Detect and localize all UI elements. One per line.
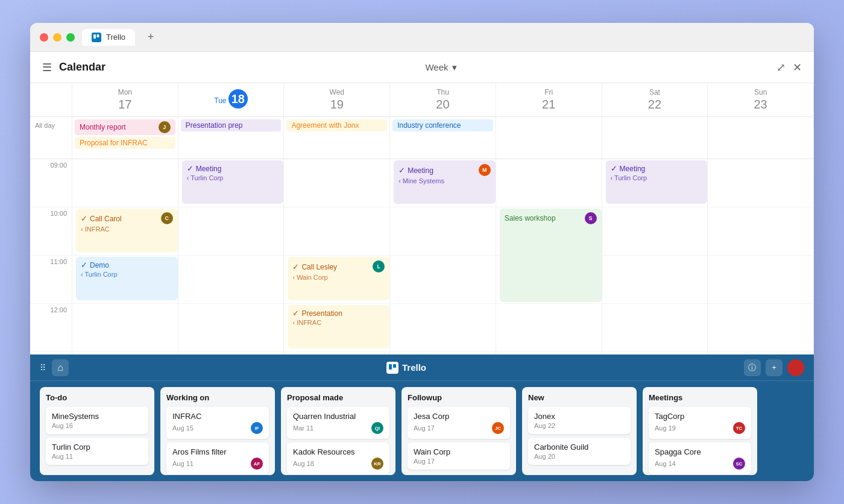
slot-tue-10[interactable] [178, 207, 284, 256]
event-meeting-tue[interactable]: ✓Meeting ‹ Turlin Corp [182, 160, 284, 204]
card-wain[interactable]: Wain Corp Aug 17 [408, 443, 510, 470]
minimize-button[interactable] [53, 33, 61, 42]
card-jonex[interactable]: Jonex Aug 22 [528, 407, 631, 434]
event-sub: ‹ Turlin Corp [81, 271, 173, 278]
event-call-carol[interactable]: ✓Call Carol C ‹ INFRAC [76, 209, 178, 252]
allday-row: All day Monthly report J Proposal for IN… [30, 117, 814, 159]
col-title-todo: To-do [46, 393, 148, 402]
board-col-proposal: Proposal made Quarren Industrial Mar 11 … [281, 387, 395, 475]
day-num-thu: 20 [390, 98, 496, 112]
card-quarren[interactable]: Quarren Industrial Mar 11 QI [287, 407, 389, 439]
board-col-followup: Followup Jesa Corp Aug 17 JC Wain Corp A… [402, 387, 516, 475]
day-col-wed: ✓Call Lesley L ‹ Wain Corp ✓Presentation [284, 159, 390, 354]
home-icon[interactable]: ⌂ [52, 359, 69, 376]
day-name-fri: Fri [544, 88, 553, 96]
event-label: Proposal for INFRAC [80, 139, 148, 147]
slot-thu-10[interactable] [390, 207, 496, 256]
slot-tue-12[interactable] [178, 304, 284, 352]
event-title: Meeting [620, 165, 646, 173]
slot-sat-12[interactable] [602, 304, 708, 352]
app-area: ☰ Calendar Week ▾ ⤢ ✕ M [30, 52, 814, 481]
active-tab[interactable]: Trello [82, 29, 135, 46]
event-title: Demo [90, 261, 109, 269]
info-icon[interactable]: ⓘ [744, 359, 761, 376]
slot-sun-12[interactable] [708, 304, 813, 352]
allday-sun [708, 117, 814, 159]
event-title: Meeting [408, 166, 433, 175]
close-icon[interactable]: ✕ [793, 61, 802, 74]
event-sales-workshop[interactable]: Sales workshop S [500, 209, 602, 302]
day-header-mon: Mon 17 [72, 83, 178, 116]
day-name-tue: Tue [214, 96, 226, 105]
trello-header-right: ⓘ + [744, 359, 804, 376]
slot-thu-12[interactable] [390, 304, 496, 352]
allday-sat [602, 117, 708, 159]
slot-mon-09[interactable] [72, 159, 178, 207]
slot-sun-11[interactable] [708, 256, 813, 304]
slot-sun-10[interactable] [708, 207, 813, 256]
card-meta: Aug 11 AF [172, 458, 263, 470]
day-header-fri: Fri 21 [496, 83, 602, 116]
card-date: Aug 17 [414, 458, 435, 465]
user-avatar[interactable] [787, 359, 804, 376]
slot-sat-10[interactable] [602, 207, 708, 256]
event-presentation-infrac[interactable]: ✓Presentation ‹ INFRAC [288, 305, 389, 348]
card-tagcorp[interactable]: TagCorp Aug 19 TC [649, 407, 751, 439]
add-icon[interactable]: + [766, 359, 783, 376]
desktop: Trello + ☰ Calendar Week ▾ ⤢ [0, 0, 844, 504]
new-tab-button[interactable]: + [142, 29, 159, 46]
event-meeting-thu[interactable]: ✓Meeting M ‹ Mine Systems [394, 160, 496, 204]
grid-icon[interactable]: ⠿ [40, 363, 46, 373]
menu-icon[interactable]: ☰ [42, 61, 52, 74]
day-header-sun: Sun 23 [708, 83, 814, 116]
card-jesa[interactable]: Jesa Corp Aug 17 JC [408, 407, 510, 439]
event-presentation-prep[interactable]: Presentation prep [181, 119, 282, 131]
card-turlin[interactable]: Turlin Corp Aug 11 [46, 438, 148, 465]
slot-sat-11[interactable] [602, 256, 708, 304]
external-link-icon[interactable]: ⤢ [776, 61, 786, 74]
day-num-sat: 22 [602, 98, 708, 112]
slot-wed-10[interactable] [284, 207, 389, 256]
board-col-meetings: Meetings TagCorp Aug 19 TC Spagga Core A [643, 387, 757, 475]
slot-tue-11[interactable] [178, 256, 284, 304]
event-industry-conference[interactable]: Industry conference [392, 119, 493, 131]
event-meeting-sat[interactable]: ✓Meeting ‹ Turlin Corp [606, 160, 708, 204]
close-button[interactable] [40, 33, 48, 42]
card-minesystems[interactable]: MineSystems Aug 16 [46, 407, 148, 434]
card-title: INFRAC [172, 412, 263, 421]
slot-wed-09[interactable] [284, 159, 389, 207]
card-date: Aug 22 [534, 422, 555, 429]
slot-fri-12[interactable] [496, 304, 602, 352]
card-aros[interactable]: Aros Films filter Aug 11 AF [166, 443, 269, 474]
svg-rect-2 [389, 364, 392, 370]
day-num-sun: 23 [708, 98, 813, 112]
maximize-button[interactable] [66, 33, 75, 42]
event-sub: ‹ INFRAC [81, 225, 173, 233]
card-kadok[interactable]: Kadok Resources Aug 18 KR [287, 443, 389, 474]
card-avatar: JC [492, 422, 504, 434]
card-meta: Aug 11 [52, 453, 142, 460]
card-infrac[interactable]: INFRAC Aug 15 IF [166, 407, 269, 439]
slot-fri-09[interactable] [496, 159, 602, 207]
card-carbonite[interactable]: Carbonite Guild Aug 20 [528, 438, 631, 465]
week-selector[interactable]: Week ▾ [425, 62, 456, 73]
day-name-sat: Sat [649, 88, 660, 96]
event-proposal-infrac[interactable]: Proposal for INFRAC [75, 137, 175, 149]
event-monthly-report[interactable]: Monthly report J [75, 119, 175, 135]
event-demo[interactable]: ✓Demo ‹ Turlin Corp [76, 257, 178, 300]
day-num-mon: 17 [72, 98, 178, 112]
event-agreement-jonx[interactable]: Agreement with Jonx [286, 119, 387, 131]
card-meta: Aug 16 [52, 422, 142, 429]
board-col-working: Working on INFRAC Aug 15 IF Aros Films f… [160, 387, 275, 475]
day-headers: Mon 17 Tue 18 Wed 19 Thu 20 [30, 83, 814, 117]
day-name-thu: Thu [436, 88, 449, 96]
day-num-fri: 21 [496, 98, 602, 112]
calendar-title: Calendar [59, 61, 106, 74]
slot-mon-12[interactable] [72, 304, 178, 352]
slot-sun-09[interactable] [708, 159, 813, 207]
card-spagga[interactable]: Spagga Core Aug 14 SC [649, 443, 751, 474]
event-call-lesley[interactable]: ✓Call Lesley L ‹ Wain Corp [288, 257, 389, 300]
chevron-down-icon: ▾ [452, 62, 457, 73]
slot-thu-11[interactable] [390, 256, 496, 304]
col-title-new: New [528, 393, 631, 402]
